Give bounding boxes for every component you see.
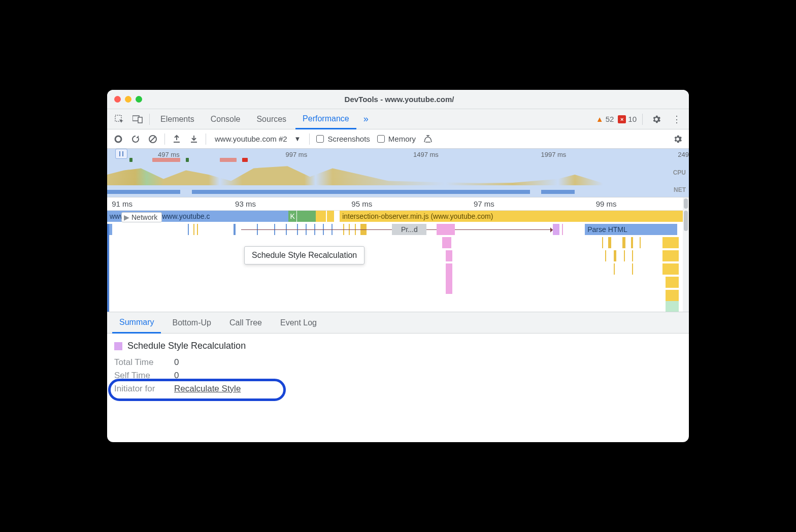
tab-elements[interactable]: Elements (153, 109, 202, 129)
settings-icon[interactable] (648, 111, 665, 127)
screenshots-checkbox[interactable]: Screenshots (314, 135, 372, 143)
tooltip: Schedule Style Recalculation (244, 246, 364, 264)
cpu-label: CPU (673, 169, 686, 176)
network-group[interactable]: ▶ Network (121, 212, 162, 222)
flame-bar[interactable] (666, 290, 679, 301)
cpu-chart (107, 164, 671, 185)
flame-bar[interactable] (662, 237, 679, 248)
performance-toolbar: www.youtube.com #2 ▼ Screenshots Memory (107, 129, 689, 149)
device-toggle-icon[interactable] (129, 111, 146, 127)
titlebar: DevTools - www.youtube.com/ (107, 90, 689, 109)
subtab-summary[interactable]: Summary (112, 312, 161, 334)
subtab-bottomup[interactable]: Bottom-Up (165, 312, 218, 334)
warning-icon: ▲ (596, 115, 604, 123)
flame-bar[interactable] (666, 301, 679, 312)
window-title: DevTools - www.youtube.com/ (142, 95, 656, 104)
record-icon[interactable] (111, 132, 125, 146)
memory-checkbox[interactable]: Memory (375, 135, 418, 143)
upload-icon[interactable] (170, 132, 184, 146)
flame-bar[interactable]: Pr...d (392, 224, 426, 235)
collect-garbage-icon[interactable] (421, 132, 435, 146)
inspect-icon[interactable] (111, 111, 127, 127)
svg-line-5 (150, 137, 155, 142)
recording-select[interactable]: www.youtube.com #2 ▼ (211, 135, 305, 143)
errors-count[interactable]: × 10 (618, 115, 637, 123)
clear-icon[interactable] (146, 132, 160, 146)
download-icon[interactable] (187, 132, 201, 146)
timeline-overview[interactable]: 497 ms 997 ms 1497 ms 1997 ms 249 CPU NE… (107, 149, 689, 197)
total-time-label: Total Time (114, 357, 165, 368)
flame-bar-selected[interactable] (553, 224, 560, 235)
net-label: NET (674, 186, 686, 193)
flame-bar[interactable] (446, 250, 453, 261)
initiator-for-label: Initiator for (114, 384, 165, 394)
tab-performance[interactable]: Performance (295, 109, 356, 129)
traffic-lights (114, 96, 142, 103)
self-time-value: 0 (174, 371, 179, 381)
maximize-icon[interactable] (136, 96, 142, 103)
tab-console[interactable]: Console (204, 109, 248, 129)
main-toolbar: Elements Console Sources Performance » ▲… (107, 109, 689, 129)
flamechart-ruler: 91 ms 93 ms 95 ms 97 ms 99 ms (107, 197, 689, 211)
kebab-menu-icon[interactable]: ⋮ (669, 111, 685, 127)
summary-panel: Schedule Style Recalculation Total Time … (107, 334, 689, 402)
event-heading: Schedule Style Recalculation (114, 341, 682, 351)
flame-bar[interactable] (316, 211, 326, 222)
flame-bar[interactable] (437, 224, 455, 235)
self-time-label: Self Time (114, 371, 165, 381)
devtools-window: DevTools - www.youtube.com/ Elements Con… (107, 90, 689, 442)
minimize-icon[interactable] (125, 96, 131, 103)
flame-bar[interactable]: intersection-observer.min.js (www.youtub… (340, 211, 683, 222)
total-time-value: 0 (174, 357, 179, 368)
flame-bar[interactable] (662, 263, 679, 275)
subtab-eventlog[interactable]: Event Log (273, 312, 324, 334)
close-icon[interactable] (114, 96, 121, 103)
error-icon: × (618, 115, 626, 123)
svg-point-3 (115, 136, 121, 142)
warnings-count[interactable]: ▲ 52 (596, 115, 614, 123)
panel-settings-icon[interactable] (671, 132, 685, 146)
more-tabs-icon[interactable]: » (358, 114, 374, 124)
event-swatch (114, 342, 122, 350)
initiator-link[interactable]: Recalculate Style (174, 384, 241, 394)
flame-bar[interactable]: Parse HTML (585, 224, 677, 235)
detail-tabs: Summary Bottom-Up Call Tree Event Log (107, 312, 689, 334)
flame-bar[interactable] (662, 250, 679, 261)
flame-bar[interactable]: K (288, 211, 296, 222)
subtab-calltree[interactable]: Call Tree (222, 312, 269, 334)
flame-bar[interactable] (327, 211, 334, 222)
tab-sources[interactable]: Sources (249, 109, 293, 129)
reload-icon[interactable] (128, 132, 143, 146)
svg-rect-2 (138, 117, 142, 123)
flame-bar[interactable] (666, 277, 679, 288)
chevron-right-icon: ▶ (124, 213, 129, 221)
overview-ticks: 497 ms 997 ms 1497 ms 1997 ms 249 (107, 151, 689, 158)
net-chart (107, 190, 671, 194)
scrollbar[interactable] (683, 211, 689, 312)
chevron-down-icon: ▼ (294, 135, 301, 143)
flame-bar[interactable] (442, 237, 451, 248)
flamechart[interactable]: www com/ (www.youtube.c ▶ Network K inte… (107, 211, 689, 312)
